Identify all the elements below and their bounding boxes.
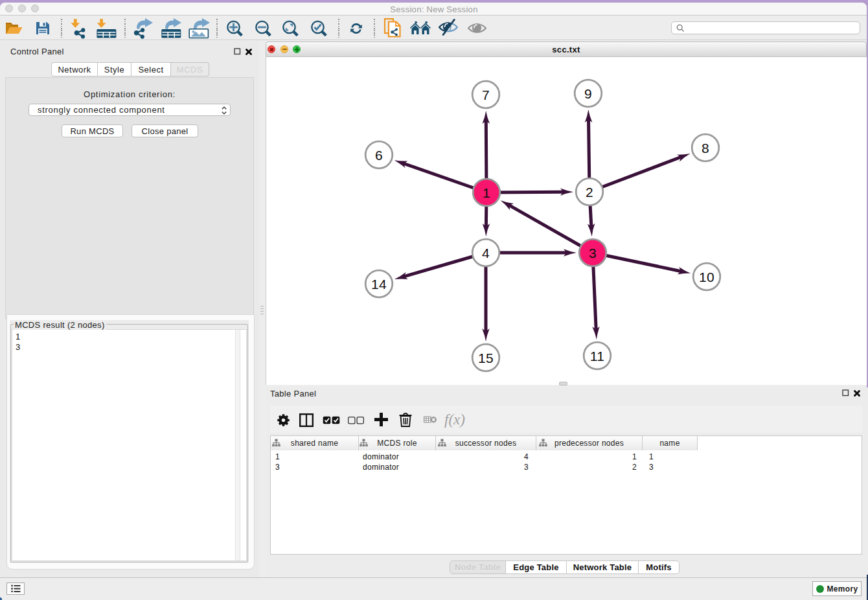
svg-text:10: 10	[699, 270, 714, 284]
svg-text:3: 3	[589, 246, 597, 260]
svg-text:11: 11	[590, 349, 604, 363]
svg-text:4: 4	[482, 246, 490, 260]
svg-text:8: 8	[702, 141, 709, 156]
svg-text:7: 7	[482, 87, 490, 102]
svg-text:2: 2	[586, 185, 593, 200]
svg-text:15: 15	[478, 351, 494, 365]
svg-text:6: 6	[375, 148, 383, 163]
svg-text:1: 1	[483, 185, 490, 200]
svg-text:14: 14	[371, 277, 387, 292]
svg-text:9: 9	[584, 86, 592, 101]
